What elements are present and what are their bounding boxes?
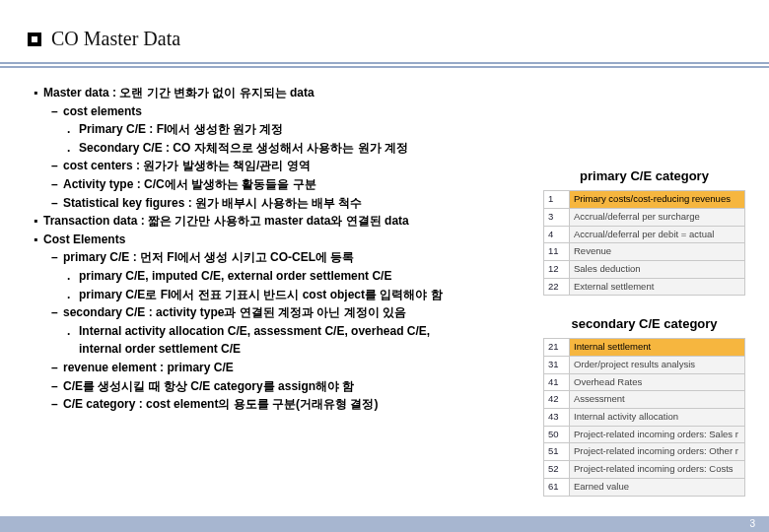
table-row: 21Internal settlement <box>544 339 745 357</box>
table-title: primary C/E category <box>543 166 745 186</box>
table-row: 3Accrual/deferral per surcharge <box>544 208 745 226</box>
table-row: 50Project-related incoming orders: Sales… <box>544 426 745 443</box>
text-line: Cost Elements <box>43 233 125 246</box>
title-bar: CO Master Data <box>0 0 769 56</box>
text-line: secondary C/E : activity type과 연결된 계정과 아… <box>63 305 406 319</box>
table-row: 41Overhead Rates <box>544 373 745 391</box>
text-line: Primary C/E : FI에서 생성한 원가 계정 <box>79 122 283 136</box>
table-row: 43Internal activity allocation <box>544 409 745 427</box>
table-row: 22External settlement <box>544 278 745 296</box>
text-line: Internal activity allocation C/E, assess… <box>79 324 430 338</box>
table-row: 4Accrual/deferral per debit = actual <box>544 226 745 243</box>
primary-category-table: primary C/E category 1Primary costs/cost… <box>543 166 745 296</box>
text-line: cost centers : 원가가 발생하는 책임/관리 영역 <box>63 159 311 172</box>
text-line: Activity type : C/C에서 발생하는 활동들을 구분 <box>63 177 316 191</box>
text-line: Master data : 오랜 기간 변화가 없이 유지되는 data <box>43 86 315 100</box>
text-line: C/E를 생성시킬 때 항상 C/E category를 assign해야 함 <box>63 379 354 393</box>
table-row: 61Earned value <box>544 478 745 496</box>
table-title: secondary C/E category <box>543 314 745 334</box>
text-line: primary C/E : 먼저 FI에서 생성 시키고 CO-CEL에 등록 <box>63 250 354 264</box>
page-title: CO Master Data <box>51 28 180 50</box>
table-row: 42Assessment <box>544 391 745 409</box>
title-underline <box>0 62 769 68</box>
table-row: 51Project-related incoming orders: Other… <box>544 443 745 461</box>
footer-bar: 3 <box>0 516 769 532</box>
secondary-category-table: secondary C/E category 21Internal settle… <box>543 314 745 497</box>
title-bullet-icon <box>28 33 41 46</box>
text-line: internal order settlement C/E <box>79 342 241 356</box>
table-row: 31Order/project results analysis <box>544 356 745 373</box>
table-row: 52Project-related incoming orders: Costs <box>544 461 745 479</box>
text-line: cost elements <box>63 104 142 118</box>
body-content: ▪Master data : 오랜 기간 변화가 없이 유지되는 data –c… <box>0 70 769 414</box>
table-row: 11Revenue <box>544 243 745 261</box>
text-line: primary C/E, imputed C/E, external order… <box>79 269 391 283</box>
table-row: 12Sales deduction <box>544 261 745 279</box>
table-row: 1Primary costs/cost-reducing revenues <box>544 191 745 209</box>
text-line: C/E category : cost element의 용도를 구분(거래유형… <box>63 397 378 411</box>
text-line: Secondary C/E : CO 자체적으로 생성해서 사용하는 원가 계정 <box>79 141 408 155</box>
text-line: Statistical key figures : 원가 배부시 사용하는 배부… <box>63 196 362 210</box>
text-line: Transaction data : 짧은 기간만 사용하고 master da… <box>43 214 409 228</box>
text-line: primary C/E로 FI에서 전표 기표시 반드시 cost object… <box>79 288 443 301</box>
page-number: 3 <box>749 518 755 529</box>
text-line: revenue element : primary C/E <box>63 361 234 374</box>
